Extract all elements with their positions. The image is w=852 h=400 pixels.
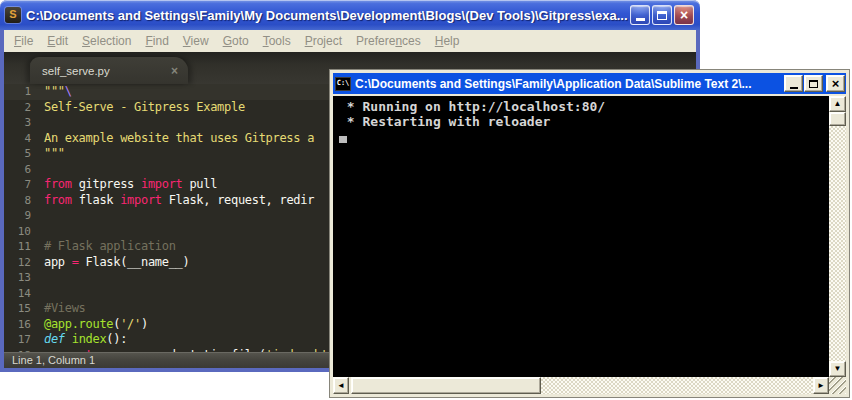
console-output[interactable]: * Running on http://localhost:80/ * Rest… — [333, 96, 829, 377]
menu-preferences[interactable]: Preferences — [349, 34, 428, 48]
code-text: """\ — [44, 84, 72, 100]
menu-project[interactable]: Project — [298, 34, 349, 48]
cmd-minimize-button[interactable] — [784, 75, 803, 92]
tab-label: self_serve.py — [42, 65, 163, 77]
cmd-close-button[interactable]: × — [826, 75, 845, 92]
sublime-app-icon: S — [5, 7, 21, 23]
console-line: * Running on http://localhost:80/ — [339, 99, 829, 114]
maximize-icon — [809, 80, 818, 88]
code-text: #Views — [44, 301, 86, 317]
menu-selection[interactable]: Selection — [75, 34, 138, 48]
line-number: 17 — [4, 332, 44, 348]
scroll-right-button[interactable]: ► — [813, 377, 829, 394]
vertical-scroll-track[interactable] — [829, 126, 846, 361]
menu-goto[interactable]: Goto — [216, 34, 256, 48]
tab-self-serve-py[interactable]: self_serve.py × — [30, 57, 188, 84]
cmd-window: C:\ C:\Documents and Settings\Family\App… — [330, 70, 849, 397]
horizontal-scroll-thumb[interactable] — [351, 377, 541, 394]
sublime-window-title: C:\Documents and Settings\Family\My Docu… — [26, 8, 630, 23]
line-number: 1 — [4, 84, 44, 100]
vertical-scroll-thumb[interactable] — [829, 112, 846, 126]
cmd-window-title: C:\Documents and Settings\Family\Applica… — [355, 77, 783, 91]
close-icon: × — [832, 77, 840, 90]
scroll-down-button[interactable]: ▼ — [829, 361, 846, 377]
console-line: * Restarting with reloader — [339, 114, 829, 129]
cmd-titlebar[interactable]: C:\ C:\Documents and Settings\Family\App… — [333, 73, 846, 94]
line-number: 14 — [4, 286, 44, 302]
line-number: 13 — [4, 270, 44, 286]
horizontal-scroll-track[interactable] — [541, 377, 813, 394]
console-cursor — [339, 136, 347, 143]
code-text: """ — [44, 146, 65, 162]
code-text: app = Flask(__name__) — [44, 255, 189, 271]
line-number: 5 — [4, 146, 44, 162]
scroll-left-button[interactable]: ◄ — [333, 377, 349, 394]
code-text: @app.route('/') — [44, 317, 148, 333]
menu-file[interactable]: File — [7, 34, 40, 48]
menu-find[interactable]: Find — [138, 34, 175, 48]
maximize-icon — [657, 11, 667, 20]
code-text: Self-Serve - Gitpress Example — [44, 100, 245, 116]
scroll-up-button[interactable]: ▲ — [829, 96, 846, 112]
line-number: 16 — [4, 317, 44, 333]
sublime-window-controls: × — [630, 5, 694, 25]
tab-close-icon[interactable]: × — [171, 64, 178, 78]
menu-help[interactable]: Help — [428, 34, 467, 48]
sublime-titlebar[interactable]: S C:\Documents and Settings\Family\My Do… — [0, 0, 700, 30]
close-icon: × — [680, 8, 688, 22]
line-number: 7 — [4, 177, 44, 193]
line-number: 4 — [4, 131, 44, 147]
line-number: 3 — [4, 115, 44, 131]
menu-edit[interactable]: Edit — [40, 34, 75, 48]
line-number: 9 — [4, 208, 44, 224]
cmd-client-area: * Running on http://localhost:80/ * Rest… — [333, 96, 846, 394]
desktop: S C:\Documents and Settings\Family\My Do… — [0, 0, 852, 400]
line-number: 10 — [4, 224, 44, 240]
line-number: 11 — [4, 239, 44, 255]
minimize-icon — [790, 87, 798, 89]
code-text: from flask import Flask, request, redir — [44, 193, 314, 209]
code-text: from gitpress import pull — [44, 177, 217, 193]
cmd-app-icon: C:\ — [335, 77, 351, 91]
line-number: 15 — [4, 301, 44, 317]
code-text: def index(): — [44, 332, 127, 348]
code-text: # Flask application — [44, 239, 176, 255]
cursor-position-status: Line 1, Column 1 — [12, 354, 95, 366]
line-number: 2 — [4, 100, 44, 116]
line-number: 6 — [4, 162, 44, 178]
menu-tools[interactable]: Tools — [256, 34, 298, 48]
line-number: 8 — [4, 193, 44, 209]
close-button[interactable]: × — [674, 5, 694, 25]
line-number: 12 — [4, 255, 44, 271]
minimize-icon — [636, 18, 645, 21]
resize-grip[interactable] — [829, 377, 846, 394]
sublime-menubar: FileEditSelectionFindViewGotoToolsProjec… — [4, 30, 696, 52]
maximize-button[interactable] — [652, 5, 672, 25]
horizontal-scrollbar: ◄ ► — [333, 377, 829, 394]
cmd-maximize-button[interactable] — [804, 75, 823, 92]
minimize-button[interactable] — [630, 5, 650, 25]
vertical-scrollbar: ▲ ▼ — [829, 96, 846, 377]
code-text: An example website that uses Gitpress a — [44, 131, 314, 147]
menu-view[interactable]: View — [176, 34, 216, 48]
